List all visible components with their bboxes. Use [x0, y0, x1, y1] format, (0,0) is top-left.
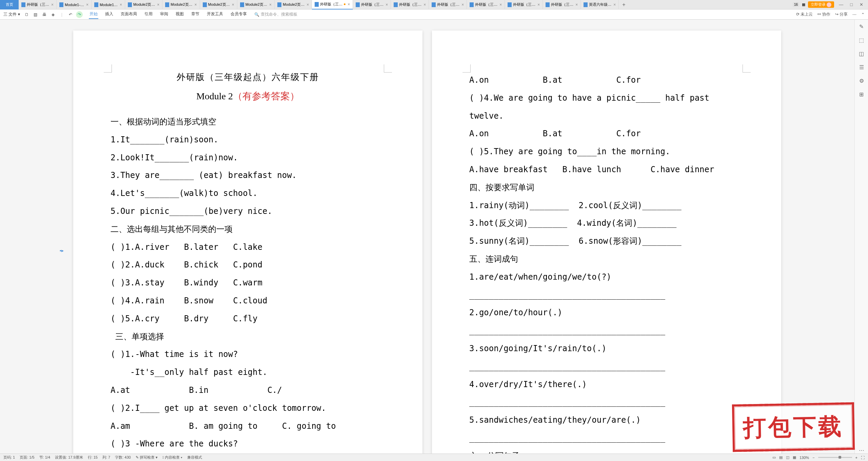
doc-line[interactable]: ________________________________________	[469, 429, 744, 447]
document-tab-14[interactable]: 外研版（三…×	[543, 0, 581, 9]
doc-line[interactable]: -It's__only half past eight.	[111, 363, 385, 381]
document-tab-11[interactable]: 外研版（三…×	[429, 0, 467, 9]
share-button[interactable]: ↪ 分享	[835, 12, 848, 17]
spell-check[interactable]: ✎ 拼写检查 ▾	[136, 455, 158, 460]
doc-line[interactable]: 1.are/eat/when/going/we/to(?)	[469, 268, 744, 286]
doc-line[interactable]: 5.sunny(名词)________ 6.snow(形容词)________	[469, 232, 744, 250]
view-mode-3-icon[interactable]: ◫	[786, 455, 789, 460]
ribbon-tab-会员专享[interactable]: 会员专享	[230, 10, 248, 19]
ribbon-tab-开始[interactable]: 开始	[89, 10, 98, 19]
maximize-button[interactable]: □	[848, 2, 855, 7]
collapse-ribbon-icon[interactable]: ⌃	[861, 12, 865, 17]
document-tab-12[interactable]: 外研版（三…×	[467, 0, 505, 9]
doc-line[interactable]: ( )2.I____ get up at seven o'clock tomor…	[111, 399, 385, 417]
zoom-slider[interactable]	[818, 457, 852, 458]
more-tools-icon[interactable]: ⋯	[858, 447, 865, 454]
close-tab-icon[interactable]: ×	[348, 2, 350, 7]
undo-button[interactable]: ↶	[67, 11, 74, 18]
close-tab-icon[interactable]: ×	[195, 2, 197, 7]
file-menu[interactable]: 三 文件 ▾	[3, 12, 20, 17]
view-mode-2-icon[interactable]: ▤	[779, 455, 783, 460]
document-tab-3[interactable]: Module2页…×	[125, 0, 162, 9]
zoom-value[interactable]: 130%	[800, 456, 809, 460]
document-tab-13[interactable]: 外研版（三…×	[505, 0, 543, 9]
doc-line[interactable]: ( )1.-What time is it now?	[111, 345, 385, 363]
document-canvas[interactable]: ▪▸ 外研版（三年级起点）六年级下册 Module 2（有参考答案） 一、根据动…	[0, 20, 854, 454]
view-mode-1-icon[interactable]: ▭	[772, 455, 776, 460]
document-tab-8[interactable]: 外研版（三…×	[312, 0, 353, 9]
document-tab-10[interactable]: 外研版（三…×	[391, 0, 429, 9]
doc-line[interactable]: ( )4.We are going to have a picnic_____ …	[469, 89, 744, 125]
close-tab-icon[interactable]: ×	[157, 2, 159, 7]
styles-icon[interactable]: ◫	[858, 50, 865, 57]
ribbon-tab-引用[interactable]: 引用	[144, 10, 153, 19]
doc-line[interactable]: 三、单项选择	[111, 328, 385, 346]
doc-line[interactable]: ( )2.A.duck B.chick C.pond	[111, 256, 385, 274]
doc-line[interactable]: ( )4.A.rain B.snow C.cloud	[111, 292, 385, 310]
view-mode-4-icon[interactable]: ▦	[793, 455, 796, 460]
doc-line[interactable]: 3.soon/going/It's/rain/to(.)	[469, 340, 744, 358]
doc-line[interactable]: 4.Let's_______(walk)to school.	[111, 184, 385, 202]
doc-line[interactable]: ( )5.They are going to____in the morning…	[469, 143, 744, 161]
close-tab-icon[interactable]: ×	[423, 2, 426, 7]
fullscreen-button[interactable]: ⛶	[861, 456, 865, 460]
close-tab-icon[interactable]: ×	[51, 2, 54, 7]
collab-button[interactable]: ⚯ 协作	[817, 12, 830, 17]
status-words[interactable]: 字数: 430	[115, 455, 131, 460]
print-preview-icon[interactable]: ▧	[33, 12, 38, 17]
doc-line[interactable]: 二、选出每组与其他不同类的一项	[111, 220, 385, 238]
close-tab-icon[interactable]: ×	[613, 2, 616, 7]
ribbon-tab-开发工具[interactable]: 开发工具	[206, 10, 224, 19]
doc-line[interactable]: A.am B. am going to C. going to	[111, 417, 385, 435]
doc-line[interactable]: A.have breakfast B.have lunch C.have din…	[469, 161, 744, 179]
cloud-sync[interactable]: ⟳ 未上云	[796, 12, 813, 17]
close-tab-icon[interactable]: ×	[269, 2, 272, 7]
close-tab-icon[interactable]: ×	[461, 2, 464, 7]
doc-line[interactable]: 4.over/dry/It's/there(.)	[469, 376, 744, 394]
doc-line[interactable]: ________________________________________	[469, 322, 744, 340]
zoom-out-button[interactable]: −	[812, 456, 814, 460]
doc-line[interactable]: A.on B.at C.for	[469, 125, 744, 143]
ribbon-tab-页面布局[interactable]: 页面布局	[120, 10, 138, 19]
doc-line[interactable]: ( )3.A.stay B.windy C.warm	[111, 274, 385, 292]
document-tab-5[interactable]: Module2页…×	[200, 0, 237, 9]
edit-tool-icon[interactable]: ✎	[858, 23, 865, 30]
doc-line[interactable]: A.on B.at C.for	[469, 71, 744, 89]
toc-icon[interactable]: ☰	[858, 64, 865, 71]
close-tab-icon[interactable]: ×	[499, 2, 502, 7]
doc-line[interactable]: 5.sandwiches/eating/they/our/are(.)	[469, 411, 744, 429]
close-tab-icon[interactable]: ×	[386, 2, 388, 7]
document-tab-15[interactable]: 英语六年级…×	[581, 0, 619, 9]
ribbon-tab-审阅[interactable]: 审阅	[159, 10, 169, 19]
minimize-button[interactable]: —	[837, 2, 845, 7]
doc-line[interactable]: 五、连词成句	[469, 250, 744, 268]
doc-line[interactable]: 1.rainy(动词)________ 2.cool(反义词)________	[469, 197, 744, 215]
doc-line[interactable]: 3.hot(反义词)________ 4.windy(名词)________	[469, 214, 744, 232]
save-icon[interactable]: 🗋	[24, 12, 29, 17]
doc-line[interactable]: ________________________________________	[469, 358, 744, 376]
redo-button[interactable]: ↷	[76, 11, 83, 18]
ribbon-tab-章节[interactable]: 章节	[191, 10, 200, 19]
command-search[interactable]: 🔍 查找命令、搜索模板	[254, 12, 297, 17]
document-tab-4[interactable]: Module2页…×	[162, 0, 200, 9]
doc-line[interactable]: ________________________________________	[469, 286, 744, 304]
document-tab-2[interactable]: Module1…×	[92, 0, 125, 9]
close-window-button[interactable]: ✕	[857, 2, 865, 7]
doc-line[interactable]: ( )3 -Where are the ducks?	[111, 435, 385, 453]
document-tab-6[interactable]: Module2页…×	[237, 0, 275, 9]
print-icon[interactable]: 🖶	[42, 12, 47, 17]
content-check[interactable]: ⟟ 内容检查 ▾	[162, 455, 182, 460]
doc-line[interactable]: 5.Our picnic_______(be)very nice.	[111, 202, 385, 220]
close-tab-icon[interactable]: ×	[232, 2, 234, 7]
document-tab-0[interactable]: 外研版（三…×	[19, 0, 57, 9]
status-pages[interactable]: 页面: 1/5	[20, 455, 34, 460]
close-tab-icon[interactable]: ×	[537, 2, 540, 7]
tools-icon[interactable]: ⊞	[858, 91, 865, 98]
skin-icon[interactable]: ▦	[802, 2, 805, 7]
ribbon-tab-视图[interactable]: 视图	[175, 10, 184, 19]
select-tool-icon[interactable]: ⬚	[858, 37, 865, 43]
more-icon[interactable]: ⋯	[852, 12, 856, 17]
preview-icon[interactable]: ◈	[51, 12, 56, 17]
document-tab-9[interactable]: 外研版（三…×	[353, 0, 391, 9]
download-stamp[interactable]: 打包下载	[732, 402, 855, 452]
